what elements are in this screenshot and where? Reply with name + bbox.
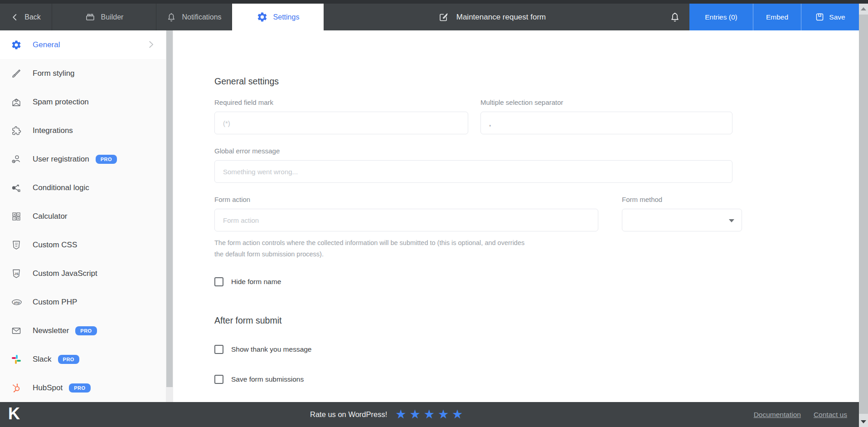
form-method-select[interactable] [622,209,742,231]
sidebar-item-label: User registration [33,155,89,164]
rating-stars[interactable]: ★★★★★ [395,408,466,421]
multiple-selection-separator-label: Multiple selection separator [480,98,732,106]
save-submissions-row: Save form submissions [214,375,859,384]
footer: K Rate us on WordPress! ★★★★★ Documentat… [0,402,859,427]
sidebar-item-label: Spam protection [33,98,89,107]
envelope-icon [11,325,23,336]
after-form-submit-heading: After form submit [214,315,859,326]
show-thank-you-checkbox[interactable] [214,345,223,354]
slack-icon [11,354,23,365]
pro-badge: PRO [58,355,79,364]
sidebar-item-calculator[interactable]: Calculator [0,202,166,231]
sidebar-item-label: Newsletter [33,326,69,335]
general-settings-heading: General settings [214,76,859,87]
sidebar-item-label: Calculator [33,212,68,221]
required-field-mark-input[interactable] [214,112,468,134]
multiple-selection-separator-input[interactable] [480,112,732,134]
sidebar-item-spam-protection[interactable]: Spam protection [0,88,166,116]
form-action-help-text: The form action controls where the colle… [214,237,525,260]
sidebar-item-label: Integrations [33,126,73,135]
sidebar-scrollbar-thumb[interactable] [166,30,173,387]
sidebar-item-user-registration[interactable]: User registration PRO [0,145,166,173]
sidebar-item-slack[interactable]: Slack PRO [0,345,166,373]
sidebar-item-label: HubSpot [33,383,63,393]
topbar-actions: Entries (0) Embed Save [689,4,859,30]
notifications-label: Notifications [182,13,221,21]
sidebar-item-label: Custom CSS [33,240,77,250]
form-title-area[interactable]: Maintenance request form [324,4,660,30]
svg-text:JS: JS [15,271,19,275]
save-button[interactable]: Save [801,4,859,30]
hubspot-icon [11,383,23,393]
sidebar-item-integrations[interactable]: Integrations [0,116,166,145]
sidebar-item-general[interactable]: General [0,30,166,59]
builder-brick-icon [85,12,96,23]
window-top-strip [0,0,868,4]
notifications-bell-button[interactable] [660,4,689,30]
hide-form-name-label: Hide form name [231,278,281,286]
scrollbar-up-arrow[interactable] [861,7,866,10]
tab-notifications[interactable]: Notifications [156,4,232,30]
pro-badge: PRO [69,383,90,393]
form-title: Maintenance request form [456,13,546,22]
form-action-input[interactable] [214,209,598,231]
user-plus-icon [11,154,23,165]
embed-label: Embed [766,13,788,21]
save-submissions-checkbox[interactable] [214,375,223,384]
hide-form-name-checkbox[interactable] [214,277,223,286]
brush-icon [11,68,23,79]
embed-button[interactable]: Embed [753,4,801,30]
footer-links: Documentation Contact us [754,402,847,427]
show-thank-you-row: Show thank you message [214,345,859,354]
sidebar-item-label: Slack [33,355,52,364]
global-error-message-input[interactable] [214,160,732,183]
required-field-mark-label: Required field mark [214,98,468,106]
pro-badge: PRO [75,326,97,335]
sidebar-item-newsletter[interactable]: Newsletter PRO [0,316,166,345]
puzzle-icon [11,125,23,136]
gear-icon [11,39,23,50]
chevron-right-icon [146,39,156,50]
chevron-down-icon [729,219,734,222]
tab-builder[interactable]: Builder [52,4,156,30]
sidebar-item-custom-javascript[interactable]: JS Custom JavaScript [0,259,166,288]
sidebar-item-label: General [33,40,60,49]
save-floppy-icon [815,12,824,22]
sidebar-item-label: Conditional logic [33,183,89,192]
settings-label: Settings [273,13,300,21]
entries-button[interactable]: Entries (0) [689,4,753,30]
settings-sidebar: General Form styling Spam protection [0,30,166,402]
documentation-link[interactable]: Documentation [754,411,801,419]
builder-label: Builder [101,13,124,21]
form-action-label: Form action [214,196,598,203]
sidebar-item-label: Custom JavaScript [33,269,97,278]
bell-icon [669,11,681,23]
scrollbar-down-arrow[interactable] [861,420,866,423]
bell-icon [166,12,176,22]
sidebar-item-custom-css[interactable]: Custom CSS [0,231,166,259]
sidebar-item-form-styling[interactable]: Form styling [0,59,166,88]
contact-us-link[interactable]: Contact us [814,411,847,419]
sidebar-item-custom-php[interactable]: php Custom PHP [0,288,166,316]
back-label: Back [24,13,41,21]
calculator-icon [11,211,23,222]
form-method-label: Form method [622,196,742,203]
sidebar-scrollbar[interactable] [166,30,173,402]
back-button[interactable]: Back [0,4,52,30]
global-error-message-label: Global error message [214,147,732,155]
page-scrollbar[interactable] [859,4,868,427]
sidebar-item-hubspot[interactable]: HubSpot PRO [0,373,166,402]
gear-icon [257,11,268,23]
pro-badge: PRO [96,155,117,164]
topbar: Back Builder Notifications Setti [0,4,859,30]
chevron-left-icon [11,13,19,21]
tab-settings[interactable]: Settings [232,4,324,30]
share-nodes-icon [11,182,23,193]
settings-panel: General settings Required field mark Mul… [173,30,859,402]
hide-form-name-row: Hide form name [214,277,859,286]
page-scrollbar-thumb[interactable] [859,15,868,414]
rate-us-group: Rate us on WordPress! ★★★★★ [310,402,466,427]
sidebar-item-conditional-logic[interactable]: Conditional logic [0,173,166,202]
show-thank-you-label: Show thank you message [231,345,312,353]
kali-forms-logo: K [8,404,20,423]
